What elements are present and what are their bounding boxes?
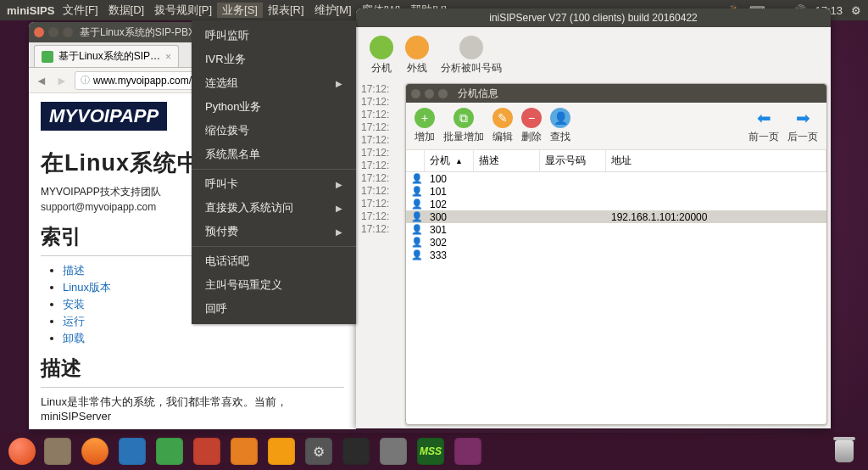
dropdown-item[interactable]: Python业务: [192, 95, 356, 119]
user-icon: 👤: [406, 199, 425, 210]
ext-button[interactable]: 分机: [370, 36, 393, 76]
user-icon: 👤: [406, 224, 425, 235]
terminal-icon[interactable]: [337, 434, 375, 468]
browser-title: 基于Linux系统的SIP-PBX: [80, 25, 195, 40]
index-link[interactable]: 运行: [63, 315, 85, 327]
dropdown-item[interactable]: 电话话吧: [192, 249, 356, 273]
user-icon: 👤: [406, 237, 425, 248]
index-link[interactable]: 卸载: [63, 332, 85, 344]
delete-button[interactable]: −删除: [521, 108, 542, 144]
window-icon[interactable]: [449, 434, 487, 468]
table-row[interactable]: 👤302: [406, 236, 826, 249]
col-address[interactable]: 地址: [606, 150, 826, 171]
dropdown-item[interactable]: 呼叫监听: [192, 24, 356, 48]
sort-asc-icon: ▲: [455, 157, 463, 165]
dropdown-item[interactable]: 主叫号码重定义: [192, 273, 356, 297]
tab-close-icon[interactable]: ×: [165, 51, 171, 63]
menu-item[interactable]: 数据[D]: [103, 3, 150, 18]
window-min-icon[interactable]: [48, 27, 58, 37]
minisipserver-window: iniSIPServer V27 (100 clients) build 201…: [356, 8, 831, 428]
index-link[interactable]: Linux版本: [63, 281, 111, 294]
submenu-arrow-icon: ▶: [336, 204, 342, 213]
index-link[interactable]: 描述: [63, 264, 85, 277]
user-icon: 👤: [406, 211, 425, 222]
table-row[interactable]: 👤102: [406, 198, 826, 210]
site-logo: MYVOIPAPP: [41, 102, 167, 131]
settings-icon[interactable]: ⚙: [300, 434, 337, 468]
trunk-button[interactable]: 外线: [405, 36, 429, 76]
menu-item[interactable]: 维护[M]: [309, 3, 357, 18]
extension-title: 分机信息: [458, 87, 498, 101]
table-row[interactable]: 👤100: [406, 172, 826, 185]
user-icon: 👤: [406, 173, 425, 184]
desc-paragraph: Linux是非常伟大的系统，我们都非常喜欢。当前，miniSIPServer: [41, 394, 344, 422]
back-button[interactable]: ◄: [34, 74, 49, 87]
dropdown-item[interactable]: 系统黑名单: [192, 143, 356, 166]
window-max-icon[interactable]: [63, 27, 73, 37]
ubuntu-launcher-icon[interactable]: [5, 434, 39, 468]
ext-close-icon[interactable]: [411, 89, 420, 98]
submenu-arrow-icon: ▶: [336, 180, 342, 189]
writer-icon[interactable]: [114, 434, 151, 468]
col-display[interactable]: 显示号码: [540, 150, 606, 171]
window-close-icon[interactable]: [34, 27, 44, 37]
forward-button[interactable]: ►: [54, 74, 70, 87]
col-extension[interactable]: 分机▲: [425, 150, 474, 171]
table-row[interactable]: 👤333: [406, 249, 826, 261]
impress-icon[interactable]: [188, 434, 225, 468]
ext-max-icon[interactable]: [438, 89, 448, 98]
extension-rows: 👤100👤101👤102👤300192.168.1.101:20000👤301👤…: [406, 172, 826, 261]
user-icon: 👤: [406, 186, 425, 197]
disk-icon[interactable]: [375, 434, 412, 468]
mss-app-icon[interactable]: MSS: [412, 434, 449, 468]
submenu-arrow-icon: ▶: [336, 227, 342, 237]
next-page-button[interactable]: ➡后一页: [787, 108, 818, 144]
user-icon: 👤: [406, 249, 425, 260]
dropdown-item[interactable]: 缩位拨号: [192, 119, 356, 143]
site-info-icon[interactable]: ⓘ: [81, 74, 90, 87]
edit-button[interactable]: ✎编辑: [492, 108, 513, 144]
batch-add-button[interactable]: ⧉批量增加: [443, 108, 484, 144]
extension-table-header: 分机▲ 描述 显示号码 地址: [406, 150, 826, 172]
table-row[interactable]: 👤300192.168.1.101:20000: [406, 210, 826, 223]
index-link[interactable]: 安装: [63, 298, 85, 311]
dropdown-item[interactable]: 直接拨入系统访问▶: [192, 196, 356, 220]
menu-item[interactable]: 文件[F]: [58, 3, 103, 18]
calc-icon[interactable]: [151, 434, 188, 468]
dropdown-item[interactable]: IVR业务: [192, 48, 356, 71]
desc-heading: 描述: [41, 355, 344, 388]
dropdown-item[interactable]: 连选组▶: [192, 71, 356, 95]
browser-tab[interactable]: 基于Linux系统的SIP… ×: [34, 45, 179, 67]
focused-app-name: miniSIPS: [7, 4, 54, 17]
dropdown-item[interactable]: 预付费▶: [192, 220, 356, 243]
extension-info-window: 分机信息 +增加 ⧉批量增加 ✎编辑 −删除 👤查找 ⬅前一页 ➡后一页 分机▲…: [405, 83, 827, 425]
ext-min-icon[interactable]: [425, 89, 434, 98]
index-item: 卸载: [63, 331, 344, 346]
col-description[interactable]: 描述: [474, 150, 540, 171]
session-icon[interactable]: ⚙: [851, 4, 861, 17]
dropdown-item[interactable]: 呼叫卡▶: [192, 172, 356, 196]
business-menu-dropdown: 呼叫监听IVR业务连选组▶Python业务缩位拨号系统黑名单呼叫卡▶直接拨入系统…: [192, 20, 356, 324]
dock: ⚙ MSS: [0, 433, 868, 470]
find-button[interactable]: 👤查找: [550, 108, 570, 144]
table-row[interactable]: 👤101: [406, 185, 826, 198]
favicon-icon: [42, 51, 53, 63]
software-icon[interactable]: [225, 434, 263, 468]
trash-icon[interactable]: [829, 436, 860, 467]
menu-item[interactable]: 报表[R]: [263, 3, 309, 18]
add-button[interactable]: +增加: [415, 108, 435, 144]
mss-toolbar: 分机外线分析被叫号码: [363, 29, 509, 82]
table-row[interactable]: 👤301: [406, 223, 826, 236]
analyze-button[interactable]: 分析被叫号码: [441, 36, 502, 76]
menu-item[interactable]: 业务[S]: [217, 3, 263, 18]
tab-title: 基于Linux系统的SIP…: [58, 49, 160, 64]
url-text: www.myvoipapp.com/cn: [93, 75, 203, 87]
prev-page-button[interactable]: ⬅前一页: [748, 108, 779, 144]
files-icon[interactable]: [39, 434, 76, 468]
dropdown-item[interactable]: 回呼: [192, 297, 356, 321]
menu-item[interactable]: 拨号规则[P]: [149, 3, 217, 18]
firefox-icon[interactable]: [76, 434, 114, 468]
extension-titlebar: 分机信息: [406, 84, 826, 103]
amazon-icon[interactable]: [263, 434, 300, 468]
extension-toolbar: +增加 ⧉批量增加 ✎编辑 −删除 👤查找 ⬅前一页 ➡后一页: [406, 103, 826, 150]
